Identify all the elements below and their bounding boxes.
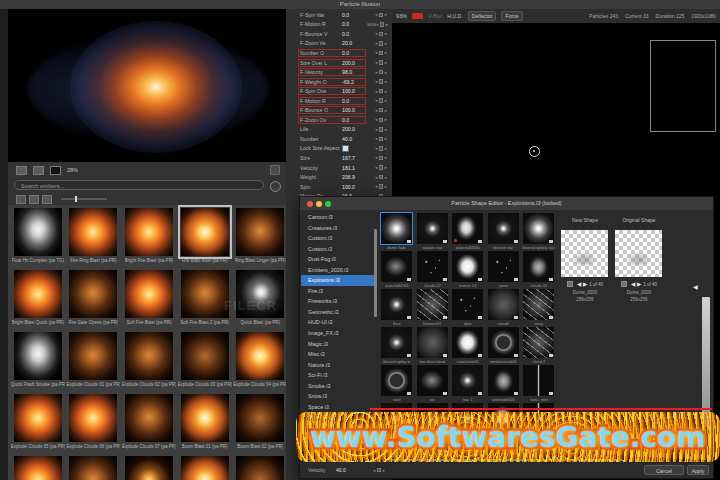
keyframe-box-icon[interactable] — [379, 165, 384, 170]
emitter-preview-panel[interactable] — [8, 9, 286, 162]
increment-arrow[interactable] — [385, 12, 387, 17]
increment-arrow[interactable] — [385, 127, 387, 132]
emitter-item-explode-clouds-07-pa-pr[interactable]: Explode Clouds 07 (pa PR) — [121, 392, 177, 454]
library-item-space-i3[interactable]: Space.i3 — [301, 402, 374, 413]
param-value[interactable]: 0.0 — [342, 21, 364, 27]
thumbnail-size-slider[interactable] — [61, 198, 107, 200]
shape-item-dots[interactable]: dots — [450, 289, 486, 327]
increment-arrow[interactable] — [385, 50, 387, 55]
emitter-item[interactable] — [232, 454, 288, 480]
library-item-cartoon-i3[interactable]: Cartoon.i3 — [301, 212, 374, 223]
emitter-thumbnail[interactable] — [125, 394, 173, 442]
emitter-item-explode-clouds-05-pa-pr[interactable]: Explode Clouds 05 (pa PR) — [10, 392, 66, 454]
emitter-thumbnail[interactable] — [69, 270, 117, 318]
keyframe-box-icon[interactable] — [379, 184, 384, 189]
shape-thumbnail[interactable] — [488, 327, 519, 358]
emitter-thumbnail[interactable] — [69, 456, 117, 480]
shape-item-blurred-spiky-st[interactable]: blurred spiky st — [379, 327, 415, 365]
decrement-arrow[interactable] — [375, 41, 377, 46]
param-value[interactable]: 0.0 — [342, 12, 364, 18]
library-item-custom-i3[interactable]: Custom.i3 — [301, 233, 374, 244]
shape-thumbnail[interactable] — [523, 327, 554, 358]
decrement-arrow[interactable] — [375, 50, 377, 55]
library-item-magic-i3[interactable]: Magic.i3 — [301, 339, 374, 350]
keyframe-box-icon[interactable] — [379, 146, 384, 151]
library-item-snow-i3[interactable]: Snow.i3 — [301, 391, 374, 402]
decrement-arrow[interactable] — [375, 12, 377, 17]
pointer-icon[interactable] — [16, 166, 27, 175]
emitter-thumbnail[interactable] — [125, 270, 173, 318]
decrement-arrow[interactable] — [375, 155, 377, 160]
shape-item-spots[interactable]: spots — [486, 251, 522, 289]
emitter-item-explode-clouds-03-pa-pr[interactable]: Explode Clouds 03 (pa PR) — [177, 330, 233, 392]
decrement-arrow[interactable] — [375, 127, 377, 132]
param-value[interactable]: 100.0 — [342, 88, 364, 94]
decrement-arrow[interactable] — [375, 146, 377, 151]
library-item-geometric-i3[interactable]: Geometric.i3 — [301, 307, 374, 318]
shape-thumbnail[interactable] — [488, 365, 519, 396]
shape-thumbnail[interactable] — [452, 289, 483, 320]
emitter-thumbnail[interactable] — [14, 456, 62, 480]
decrement-arrow[interactable] — [376, 22, 378, 27]
emitter-item[interactable] — [66, 454, 122, 480]
viewer-button-deflector[interactable]: Deflector — [468, 11, 497, 21]
library-item-image-fx-i3[interactable]: Image_FX.i3 — [301, 328, 374, 339]
shape-item-smokestreak01[interactable]: smokestreak01 — [486, 327, 522, 365]
keyframe-box-icon[interactable] — [380, 22, 385, 27]
param-value[interactable]: 0.0 — [342, 98, 364, 104]
shape-item-clouds-02[interactable]: clouds 02 — [415, 251, 451, 289]
keyframe-box-icon[interactable] — [379, 175, 384, 180]
motion-blur-indicator[interactable] — [412, 13, 423, 19]
emitter-thumbnail[interactable] — [14, 394, 62, 442]
keyframe-box-icon[interactable] — [377, 468, 382, 473]
increment-arrow[interactable] — [385, 117, 387, 122]
emitter-item-explode-clouds-04-pa-pr[interactable]: Explode Clouds 04 (pa PR) — [232, 330, 288, 392]
slider-handle[interactable] — [75, 196, 77, 202]
slider-marker-icon[interactable] — [693, 283, 698, 290]
increment-arrow[interactable] — [385, 155, 387, 160]
panel-toggle-icon[interactable] — [270, 165, 280, 175]
keyframe-box-icon[interactable] — [379, 118, 384, 123]
keyframe-box-icon[interactable] — [379, 41, 384, 46]
library-item-creatures-i3[interactable]: Creatures.i3 — [301, 223, 374, 234]
emitter-item-fire-blast-blue-pa-pr[interactable]: Fire Blast Blue (pa PR) — [177, 206, 233, 268]
shape-thumbnail[interactable] — [523, 365, 554, 396]
keyframe-box-icon[interactable] — [379, 98, 384, 103]
emitter-thumbnail[interactable] — [69, 332, 117, 380]
decrement-arrow[interactable] — [375, 136, 377, 141]
library-item-emitters-2020-i3[interactable]: Emitters_2020.i3 — [301, 265, 374, 276]
keyframe-box-icon[interactable] — [379, 32, 384, 37]
viewer-button-h-u-d[interactable]: H.U.D. — [447, 13, 463, 19]
lock-size-aspect-checkbox[interactable] — [342, 145, 349, 152]
library-item-explosions-i3[interactable]: Explosions.i3 — [301, 275, 374, 286]
emitter-thumbnail[interactable] — [69, 394, 117, 442]
increment-arrow[interactable] — [385, 41, 387, 46]
shape-item-waterfall0181[interactable]: waterfall0181 — [379, 251, 415, 289]
emitter-thumbnail[interactable] — [69, 208, 117, 256]
emitter-thumbnail[interactable] — [181, 332, 229, 380]
keyframe-box-icon[interactable] — [379, 108, 384, 113]
shape-thumbnail[interactable] — [488, 289, 519, 320]
emitter-item[interactable] — [10, 454, 66, 480]
param-value[interactable]: -69.2 — [342, 79, 364, 85]
emitter-thumbnail[interactable] — [236, 332, 284, 380]
original-shape-thumbnail[interactable] — [615, 230, 662, 277]
shape-thumbnail[interactable] — [523, 251, 554, 282]
shape-item-blurred-spikey-star[interactable]: blurred spikey star — [521, 213, 557, 251]
library-item-custom-i3[interactable]: Custom.i3 — [301, 244, 374, 255]
emitter-thumbnail[interactable] — [125, 456, 173, 480]
library-item-hud-ui-i3[interactable]: HUD-UI.i3 — [301, 317, 374, 328]
detail-view-icon[interactable] — [42, 195, 52, 204]
shape-thumbnail[interactable] — [381, 327, 412, 358]
apply-button[interactable]: Apply — [687, 465, 709, 475]
library-item-misc-i3[interactable]: Misc.i3 — [301, 349, 374, 360]
shape-thumbnail[interactable] — [417, 251, 448, 282]
decrement-arrow[interactable] — [375, 70, 377, 75]
shape-thumbnail[interactable] — [523, 289, 554, 320]
prev-frame-arrow[interactable] — [577, 281, 581, 287]
library-item-fireworks-i3[interactable]: Fireworks.i3 — [301, 296, 374, 307]
increment-arrow[interactable] — [385, 184, 387, 189]
param-value[interactable]: 200.0 — [342, 60, 364, 66]
shape-item-ice[interactable]: ice — [415, 365, 451, 403]
shape-item-cloud-2[interactable]: cloud 2 — [521, 327, 557, 365]
